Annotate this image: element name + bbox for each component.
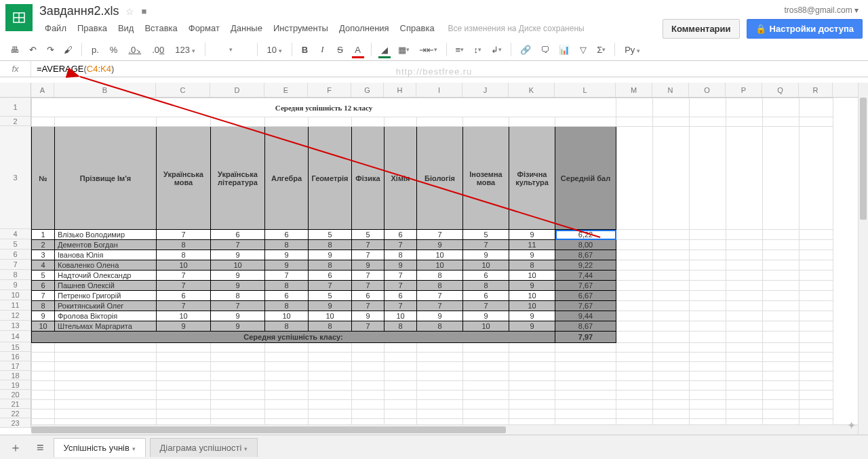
cell[interactable] (211, 353, 265, 362)
cell[interactable]: 9 (509, 230, 555, 240)
cell[interactable]: 9 (463, 311, 509, 321)
row-header[interactable]: 7 (0, 260, 31, 270)
link-button[interactable]: 🔗 (517, 42, 534, 58)
cell[interactable] (800, 353, 833, 362)
cell[interactable] (616, 372, 653, 381)
cell[interactable] (265, 117, 309, 127)
row-header[interactable]: 21 (0, 399, 31, 409)
cell[interactable] (653, 391, 690, 400)
cell[interactable] (616, 391, 653, 400)
number-format-dropdown[interactable]: 123 (171, 42, 199, 58)
v-align-button[interactable]: ↕ (470, 42, 485, 58)
avg-cell[interactable]: 8,00 (555, 240, 616, 250)
cell[interactable] (555, 343, 616, 353)
row-header[interactable]: 17 (0, 361, 31, 371)
currency-format-button[interactable]: р. (87, 42, 103, 58)
bold-button[interactable]: B (298, 42, 313, 58)
cell[interactable] (616, 230, 653, 240)
cell[interactable]: 6 (265, 230, 309, 240)
cell[interactable] (800, 362, 833, 372)
cell[interactable] (32, 117, 55, 127)
row-header[interactable]: 12 (0, 311, 31, 321)
table-header-cell[interactable]: Українська мова (157, 127, 211, 230)
cell[interactable] (616, 301, 653, 311)
cell[interactable] (265, 400, 309, 410)
cell[interactable] (690, 332, 726, 343)
cell[interactable] (726, 301, 763, 311)
row-header[interactable]: 22 (0, 409, 31, 418)
column-header[interactable]: H (384, 83, 416, 97)
document-title[interactable]: Завдання2.xls (39, 4, 119, 18)
fill-color-button[interactable]: ◢ (377, 42, 392, 58)
cell[interactable] (55, 362, 157, 372)
column-header[interactable]: J (462, 83, 509, 97)
cell[interactable] (352, 410, 384, 419)
cell[interactable] (417, 391, 463, 400)
row-header[interactable]: 19 (0, 380, 31, 390)
avg-cell[interactable]: 9,22 (555, 260, 616, 271)
cell[interactable] (690, 362, 726, 372)
text-color-button[interactable]: A (351, 42, 366, 58)
cell[interactable] (309, 117, 352, 127)
cell[interactable] (309, 343, 352, 353)
cell[interactable] (616, 240, 653, 250)
cell[interactable] (616, 343, 653, 353)
table-header-cell[interactable]: Середній бал (555, 127, 616, 230)
cell[interactable]: 9 (211, 281, 265, 291)
cell[interactable] (800, 127, 833, 230)
cell[interactable]: 11 (509, 240, 555, 250)
star-icon[interactable]: ☆ (125, 6, 134, 17)
cell[interactable]: 9 (509, 311, 555, 321)
column-header[interactable]: R (799, 83, 833, 97)
cell[interactable] (32, 353, 55, 362)
student-name-cell[interactable]: Пашнев Олексій (55, 281, 157, 291)
add-sheet-button[interactable]: ＋ (4, 439, 27, 456)
cell[interactable] (726, 362, 763, 372)
cell[interactable] (211, 400, 265, 410)
cell[interactable] (653, 332, 690, 343)
cell[interactable] (726, 117, 763, 127)
avg-cell[interactable]: 9,44 (555, 311, 616, 321)
cell[interactable] (763, 391, 800, 400)
cell[interactable] (211, 372, 265, 381)
cell[interactable]: 7 (352, 271, 384, 281)
cell[interactable] (265, 372, 309, 381)
cell[interactable]: 10 (157, 260, 211, 271)
cell[interactable] (726, 98, 763, 117)
cell[interactable] (32, 400, 55, 410)
cell[interactable] (616, 332, 653, 343)
avg-cell[interactable]: 6,67 (555, 291, 616, 301)
cell[interactable] (616, 381, 653, 391)
table-header-cell[interactable]: Українська література (211, 127, 265, 230)
menu-item-данные[interactable]: Данные (225, 21, 268, 35)
cell[interactable] (690, 281, 726, 291)
cell[interactable] (509, 343, 555, 353)
cell[interactable] (763, 98, 800, 117)
selected-cell[interactable]: 6,22 (555, 230, 616, 240)
cell[interactable] (265, 381, 309, 391)
filter-button[interactable]: ▽ (576, 42, 591, 58)
cell[interactable] (726, 271, 763, 281)
table-header-cell[interactable]: Прізвище Ім'я (55, 127, 157, 230)
cell[interactable]: 7 (352, 301, 384, 311)
cell[interactable] (653, 353, 690, 362)
cell[interactable] (763, 117, 800, 127)
font-family-dropdown[interactable] (211, 43, 252, 56)
italic-button[interactable]: I (315, 41, 330, 58)
cell[interactable]: 10 (509, 301, 555, 311)
column-header[interactable]: E (264, 83, 308, 97)
cell[interactable]: 10 (509, 271, 555, 281)
cell[interactable] (384, 343, 417, 353)
cell[interactable] (763, 250, 800, 260)
cell[interactable]: 5 (32, 271, 55, 281)
cell[interactable]: 8 (417, 281, 463, 291)
cell[interactable] (763, 343, 800, 353)
cell[interactable] (509, 381, 555, 391)
cell[interactable] (726, 230, 763, 240)
cell[interactable] (726, 311, 763, 321)
cell[interactable]: 4 (32, 260, 55, 271)
cell[interactable] (616, 321, 653, 332)
cell[interactable]: 6 (384, 291, 417, 301)
cell[interactable] (653, 301, 690, 311)
cell[interactable] (384, 362, 417, 372)
